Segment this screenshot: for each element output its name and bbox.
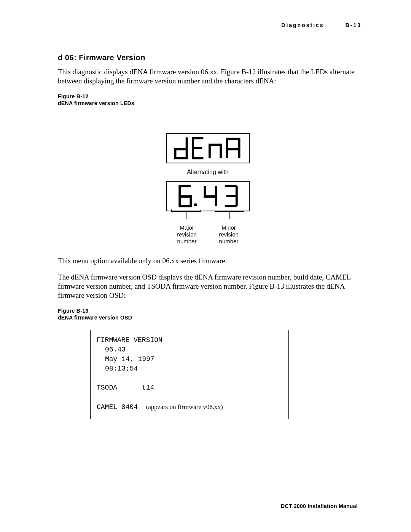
minor-revision-label: Minor revision number (208, 224, 250, 245)
revision-brackets (166, 211, 250, 222)
after-led-paragraph: This menu option available only on 06.xx… (58, 256, 358, 265)
seven-segment-version-icon (169, 183, 247, 209)
osd-version: 06.43 (105, 345, 282, 355)
osd-camel-note: (appears on firmware v06.xx) (146, 403, 223, 411)
osd-blank (97, 374, 282, 383)
section-heading: d 06: Firmware Version (58, 53, 358, 62)
header-page-number: B-13 (346, 22, 362, 28)
led-diagram: Alternating with (166, 133, 250, 245)
osd-paragraph: The dENA firmware version OSD displays t… (58, 273, 358, 300)
major-revision-label: Major revision number (166, 224, 208, 245)
figure-b13-caption: Figure B-13 dENA firmware version OSD (58, 308, 358, 321)
figure-b13-number: Figure B-13 (58, 308, 358, 314)
alternating-with-label: Alternating with (166, 169, 250, 176)
osd-date: May 14, 1997 (105, 355, 282, 364)
figure-b12-title: dENA firmware version LEDs (58, 100, 358, 106)
svg-rect-2 (194, 203, 197, 206)
osd-camel-row: CAMEL 8404 (appears on firmware v06.xx) (97, 403, 282, 412)
revision-labels: Major revision number Minor revision num… (166, 224, 250, 245)
osd-time: 08:13:54 (105, 364, 282, 374)
major-bracket-icon (171, 211, 201, 212)
figure-b12-caption: Figure B-12 dENA firmware version LEDs (58, 93, 358, 106)
osd-tsoda-row: TSODA t14 (97, 383, 282, 393)
footer-manual-title: DCT 2000 Installation Manual (281, 503, 358, 509)
content-area: d 06: Firmware Version This diagnostic d… (58, 53, 358, 419)
osd-blank2 (97, 393, 282, 403)
seven-segment-dena-icon (169, 135, 247, 161)
osd-screen: FIRMWARE VERSION 06.43 May 14, 1997 08:1… (90, 330, 289, 420)
osd-title: FIRMWARE VERSION (97, 335, 282, 345)
led-display-version (166, 181, 250, 211)
minor-bracket-icon (215, 211, 244, 212)
header-section: Diagnostics (281, 22, 324, 28)
page: Diagnostics B-13 d 06: Firmware Version … (0, 0, 411, 532)
page-header: Diagnostics B-13 (49, 22, 362, 28)
figure-b13-title: dENA firmware version OSD (58, 315, 358, 321)
header-rule (49, 30, 362, 30)
led-display-dena (166, 133, 250, 163)
intro-paragraph: This diagnostic displays dENA firmware v… (58, 67, 358, 86)
figure-b12-number: Figure B-12 (58, 93, 358, 99)
